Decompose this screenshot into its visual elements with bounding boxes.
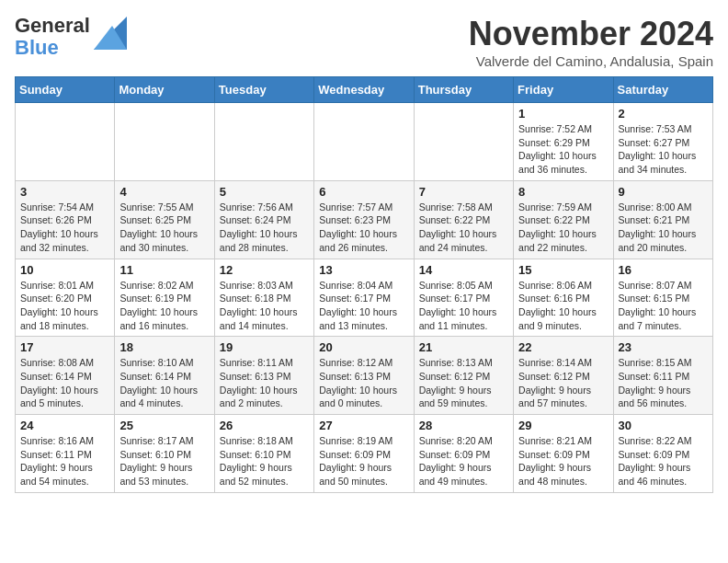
logo-icon: [94, 17, 127, 50]
calendar-cell: [16, 103, 115, 181]
weekday-header-sunday: Sunday: [16, 77, 115, 103]
weekday-header-saturday: Saturday: [613, 77, 712, 103]
calendar-cell: 14Sunrise: 8:05 AMSunset: 6:17 PMDayligh…: [414, 259, 513, 337]
calendar-cell: 17Sunrise: 8:08 AMSunset: 6:14 PMDayligh…: [16, 337, 115, 415]
calendar-cell: 24Sunrise: 8:16 AMSunset: 6:11 PMDayligh…: [16, 415, 115, 493]
day-info: Sunrise: 8:19 AMSunset: 6:09 PMDaylight:…: [319, 434, 408, 488]
day-number: 7: [419, 185, 508, 199]
calendar-cell: 1Sunrise: 7:52 AMSunset: 6:29 PMDaylight…: [514, 103, 613, 181]
calendar-cell: 20Sunrise: 8:12 AMSunset: 6:13 PMDayligh…: [314, 337, 414, 415]
calendar-cell: [214, 103, 313, 181]
calendar-cell: [314, 103, 414, 181]
calendar-cell: 6Sunrise: 7:57 AMSunset: 6:23 PMDaylight…: [314, 180, 414, 259]
calendar-cell: 8Sunrise: 7:59 AMSunset: 6:22 PMDaylight…: [514, 180, 613, 259]
title-block: November 2024 Valverde del Camino, Andal…: [469, 15, 713, 69]
day-number: 20: [319, 340, 408, 354]
weekday-header-row: SundayMondayTuesdayWednesdayThursdayFrid…: [16, 77, 713, 103]
calendar-cell: 13Sunrise: 8:04 AMSunset: 6:17 PMDayligh…: [314, 259, 414, 337]
calendar-cell: 25Sunrise: 8:17 AMSunset: 6:10 PMDayligh…: [115, 415, 214, 493]
calendar-cell: 5Sunrise: 7:56 AMSunset: 6:24 PMDaylight…: [214, 180, 313, 259]
calendar-cell: 21Sunrise: 8:13 AMSunset: 6:12 PMDayligh…: [414, 337, 513, 415]
calendar-cell: 4Sunrise: 7:55 AMSunset: 6:25 PMDaylight…: [115, 180, 214, 259]
day-number: 9: [619, 185, 708, 199]
day-info: Sunrise: 8:04 AMSunset: 6:17 PMDaylight:…: [319, 279, 408, 333]
day-number: 21: [419, 340, 508, 354]
day-info: Sunrise: 8:00 AMSunset: 6:21 PMDaylight:…: [619, 201, 708, 255]
day-info: Sunrise: 7:56 AMSunset: 6:24 PMDaylight:…: [220, 201, 309, 255]
calendar-cell: 27Sunrise: 8:19 AMSunset: 6:09 PMDayligh…: [314, 415, 414, 493]
calendar-cell: 3Sunrise: 7:54 AMSunset: 6:26 PMDaylight…: [16, 180, 115, 259]
day-info: Sunrise: 8:15 AMSunset: 6:11 PMDaylight:…: [619, 356, 708, 410]
day-info: Sunrise: 8:03 AMSunset: 6:18 PMDaylight:…: [220, 279, 309, 333]
calendar-cell: 15Sunrise: 8:06 AMSunset: 6:16 PMDayligh…: [514, 259, 613, 337]
weekday-header-monday: Monday: [115, 77, 214, 103]
day-info: Sunrise: 8:18 AMSunset: 6:10 PMDaylight:…: [220, 434, 309, 488]
day-number: 2: [619, 107, 708, 121]
day-info: Sunrise: 8:10 AMSunset: 6:14 PMDaylight:…: [119, 356, 209, 410]
day-info: Sunrise: 8:07 AMSunset: 6:15 PMDaylight:…: [619, 279, 708, 333]
day-number: 30: [619, 419, 708, 432]
day-number: 14: [419, 263, 508, 277]
day-number: 16: [619, 263, 708, 277]
day-number: 10: [20, 263, 109, 277]
day-info: Sunrise: 8:16 AMSunset: 6:11 PMDaylight:…: [20, 434, 109, 488]
calendar-cell: 11Sunrise: 8:02 AMSunset: 6:19 PMDayligh…: [115, 259, 214, 337]
day-info: Sunrise: 8:06 AMSunset: 6:16 PMDaylight:…: [518, 279, 608, 333]
calendar-cell: 26Sunrise: 8:18 AMSunset: 6:10 PMDayligh…: [214, 415, 313, 493]
day-info: Sunrise: 8:13 AMSunset: 6:12 PMDaylight:…: [419, 356, 508, 410]
weekday-header-thursday: Thursday: [414, 77, 513, 103]
day-number: 27: [319, 419, 408, 432]
day-number: 26: [220, 419, 309, 432]
day-number: 11: [119, 263, 209, 277]
day-number: 17: [20, 340, 109, 354]
day-number: 28: [419, 419, 508, 432]
calendar-cell: 18Sunrise: 8:10 AMSunset: 6:14 PMDayligh…: [115, 337, 214, 415]
day-number: 8: [518, 185, 608, 199]
day-info: Sunrise: 7:53 AMSunset: 6:27 PMDaylight:…: [619, 122, 708, 177]
calendar-cell: 2Sunrise: 7:53 AMSunset: 6:27 PMDaylight…: [613, 103, 712, 181]
calendar-week-4: 17Sunrise: 8:08 AMSunset: 6:14 PMDayligh…: [16, 337, 713, 415]
day-info: Sunrise: 7:57 AMSunset: 6:23 PMDaylight:…: [319, 201, 408, 255]
day-number: 29: [518, 419, 608, 432]
day-info: Sunrise: 8:21 AMSunset: 6:09 PMDaylight:…: [518, 434, 608, 488]
calendar-cell: 9Sunrise: 8:00 AMSunset: 6:21 PMDaylight…: [613, 180, 712, 259]
day-number: 4: [119, 185, 209, 199]
day-number: 25: [119, 419, 209, 432]
calendar-cell: 19Sunrise: 8:11 AMSunset: 6:13 PMDayligh…: [214, 337, 313, 415]
logo: GeneralBlue: [15, 15, 127, 59]
calendar-cell: 30Sunrise: 8:22 AMSunset: 6:09 PMDayligh…: [613, 415, 712, 493]
day-number: 24: [20, 419, 109, 432]
calendar-cell: 7Sunrise: 7:58 AMSunset: 6:22 PMDaylight…: [414, 180, 513, 259]
calendar-week-2: 3Sunrise: 7:54 AMSunset: 6:26 PMDaylight…: [16, 180, 713, 259]
calendar-cell: [115, 103, 214, 181]
day-info: Sunrise: 8:14 AMSunset: 6:12 PMDaylight:…: [518, 356, 608, 410]
day-number: 5: [220, 185, 309, 199]
day-info: Sunrise: 8:12 AMSunset: 6:13 PMDaylight:…: [319, 356, 408, 410]
calendar-week-3: 10Sunrise: 8:01 AMSunset: 6:20 PMDayligh…: [16, 259, 713, 337]
location: Valverde del Camino, Andalusia, Spain: [469, 53, 713, 69]
calendar-cell: 29Sunrise: 8:21 AMSunset: 6:09 PMDayligh…: [514, 415, 613, 493]
day-info: Sunrise: 7:54 AMSunset: 6:26 PMDaylight:…: [20, 201, 109, 255]
day-number: 13: [319, 263, 408, 277]
calendar-cell: 12Sunrise: 8:03 AMSunset: 6:18 PMDayligh…: [214, 259, 313, 337]
day-number: 15: [518, 263, 608, 277]
day-info: Sunrise: 8:22 AMSunset: 6:09 PMDaylight:…: [619, 434, 708, 488]
calendar-week-1: 1Sunrise: 7:52 AMSunset: 6:29 PMDaylight…: [16, 103, 713, 181]
day-number: 18: [119, 340, 209, 354]
day-info: Sunrise: 7:59 AMSunset: 6:22 PMDaylight:…: [518, 201, 608, 255]
calendar-cell: 23Sunrise: 8:15 AMSunset: 6:11 PMDayligh…: [613, 337, 712, 415]
weekday-header-wednesday: Wednesday: [314, 77, 414, 103]
month-title: November 2024: [469, 15, 713, 53]
day-number: 12: [220, 263, 309, 277]
day-info: Sunrise: 8:20 AMSunset: 6:09 PMDaylight:…: [419, 434, 508, 488]
day-number: 3: [20, 185, 109, 199]
weekday-header-friday: Friday: [514, 77, 613, 103]
calendar-cell: 28Sunrise: 8:20 AMSunset: 6:09 PMDayligh…: [414, 415, 513, 493]
day-info: Sunrise: 8:08 AMSunset: 6:14 PMDaylight:…: [20, 356, 109, 410]
page-header: GeneralBlue November 2024 Valverde del C…: [15, 15, 713, 69]
logo-text: GeneralBlue: [15, 15, 90, 59]
day-info: Sunrise: 8:11 AMSunset: 6:13 PMDaylight:…: [220, 356, 309, 410]
day-info: Sunrise: 7:58 AMSunset: 6:22 PMDaylight:…: [419, 201, 508, 255]
calendar-cell: 16Sunrise: 8:07 AMSunset: 6:15 PMDayligh…: [613, 259, 712, 337]
day-number: 23: [619, 340, 708, 354]
